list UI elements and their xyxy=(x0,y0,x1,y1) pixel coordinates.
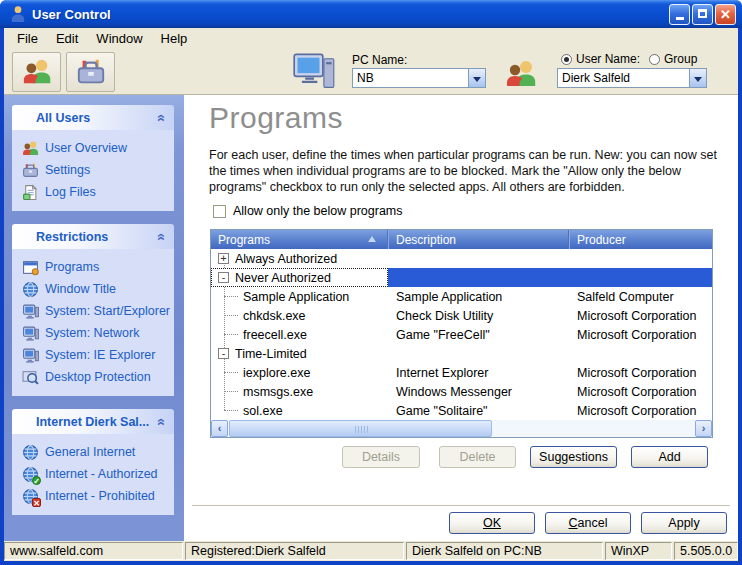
ok-button[interactable]: OK xyxy=(449,512,535,534)
sidebar-item-label: System: Start/Explorer xyxy=(45,304,170,318)
table-row-iexplore[interactable]: iexplore.exe Internet Explorer Microsoft… xyxy=(211,363,712,382)
system-start-icon xyxy=(22,303,39,320)
scrollbar-track[interactable] xyxy=(228,420,695,437)
add-button[interactable]: Add xyxy=(631,446,708,468)
chevron-down-icon[interactable] xyxy=(468,69,485,87)
collapse-icon[interactable]: - xyxy=(218,348,229,359)
group-row-time-limited[interactable]: - Time-Limited xyxy=(211,344,712,363)
group-row-always-authorized[interactable]: + Always Authorized xyxy=(211,249,712,268)
sidebar-item-settings[interactable]: Settings xyxy=(22,159,170,181)
menu-edit[interactable]: Edit xyxy=(47,29,87,48)
tree-line xyxy=(224,296,238,297)
maximize-button[interactable] xyxy=(692,4,713,25)
table-row-sample-application[interactable]: Sample Application Sample Application Sa… xyxy=(211,287,712,306)
user-name-value: Dierk Salfeld xyxy=(558,69,689,87)
panel-title: Internet Dierk Sal... xyxy=(36,415,149,429)
scroll-right-icon[interactable]: › xyxy=(695,420,712,437)
expand-icon[interactable]: + xyxy=(218,253,229,264)
menu-window[interactable]: Window xyxy=(87,29,151,48)
sidebar-item-general-internet[interactable]: General Internet xyxy=(22,441,170,463)
panel-header-restrictions[interactable]: Restrictions « xyxy=(12,224,174,249)
delete-button[interactable]: Delete xyxy=(439,446,516,468)
tree-line xyxy=(224,410,238,411)
window-title: User Control xyxy=(32,7,111,22)
pc-name-label: PC Name: xyxy=(352,53,407,67)
sidebar-item-user-overview[interactable]: User Overview xyxy=(22,137,170,159)
window-title-icon xyxy=(22,281,39,298)
panel-title: All Users xyxy=(36,111,90,125)
collapse-chevron-icon[interactable]: « xyxy=(155,233,169,241)
sidebar-item-desktop-protection[interactable]: Desktop Protection xyxy=(22,366,170,388)
sidebar-item-window-title[interactable]: Window Title xyxy=(22,278,170,300)
sidebar-item-label: System: IE Explorer xyxy=(45,348,155,362)
allow-only-checkbox[interactable] xyxy=(213,205,226,218)
panel-internet: Internet Dierk Sal... « General Internet… xyxy=(12,409,174,515)
scrollbar-thumb[interactable] xyxy=(229,420,492,437)
allow-only-checkbox-label: Allow only the below programs xyxy=(233,204,403,218)
column-header-description[interactable]: Description xyxy=(388,230,569,249)
app-icon xyxy=(9,5,27,23)
menu-file[interactable]: File xyxy=(8,29,47,48)
scroll-left-icon[interactable]: ‹ xyxy=(211,420,228,437)
table-row-msmsgs[interactable]: msmsgs.exe Windows Messenger Microsoft C… xyxy=(211,382,712,401)
panel-header-all-users[interactable]: All Users « xyxy=(12,105,174,130)
programs-icon xyxy=(22,259,39,276)
panel-header-internet[interactable]: Internet Dierk Sal... « xyxy=(12,409,174,434)
sidebar-item-label: Window Title xyxy=(45,282,116,296)
window-frame: File Edit Window Help PC Name: NB User N… xyxy=(4,28,738,561)
close-button[interactable]: ✕ xyxy=(715,4,736,25)
tree-line xyxy=(224,334,238,335)
system-network-icon xyxy=(22,325,39,342)
user-group-icon xyxy=(504,58,538,90)
users-toolbar-button[interactable] xyxy=(12,52,61,92)
settings-toolbar-button[interactable] xyxy=(66,52,115,92)
programs-table: Programs Description Producer xyxy=(210,229,713,438)
sidebar-item-label: Internet - Prohibited xyxy=(45,489,155,503)
collapse-icon[interactable]: - xyxy=(218,272,229,283)
table-row-sol[interactable]: sol.exe Game "Solitaire" Microsoft Corpo… xyxy=(211,401,712,420)
radio-unselected-icon[interactable] xyxy=(649,54,660,65)
sidebar-item-system-ie-explorer[interactable]: System: IE Explorer xyxy=(22,344,170,366)
user-name-radio[interactable]: User Name: xyxy=(561,52,640,66)
column-header-programs[interactable]: Programs xyxy=(211,230,388,249)
sidebar-item-label: Desktop Protection xyxy=(45,370,151,384)
group-radio-label: Group xyxy=(664,52,697,66)
general-internet-icon xyxy=(22,444,39,461)
collapse-chevron-icon[interactable]: « xyxy=(155,114,169,122)
user-name-select[interactable]: Dierk Salfeld xyxy=(557,68,707,88)
horizontal-scrollbar[interactable]: ‹ › xyxy=(211,420,712,437)
details-button[interactable]: Details xyxy=(342,446,420,468)
internet-prohibited-icon: ✕ xyxy=(22,488,39,505)
sidebar-item-system-start-explorer[interactable]: System: Start/Explorer xyxy=(22,300,170,322)
apply-button[interactable]: Apply xyxy=(641,512,727,534)
sidebar-item-log-files[interactable]: Log Files xyxy=(22,181,170,203)
app-window: User Control ✕ File Edit Window Help PC … xyxy=(0,0,742,565)
group-row-never-authorized[interactable]: - Never Authorized xyxy=(211,268,712,287)
tree-line xyxy=(224,315,238,316)
radio-selected-icon[interactable] xyxy=(561,54,572,65)
sidebar-item-internet-prohibited[interactable]: ✕ Internet - Prohibited xyxy=(22,485,170,507)
sort-ascending-icon xyxy=(368,236,376,242)
status-website: www.salfeld.com xyxy=(4,542,183,560)
group-radio[interactable]: Group xyxy=(649,52,697,66)
tree-line xyxy=(224,391,238,392)
menu-help[interactable]: Help xyxy=(152,29,197,48)
sidebar-item-label: Settings xyxy=(45,163,90,177)
sidebar-item-system-network[interactable]: System: Network xyxy=(22,322,170,344)
pc-name-select[interactable]: NB xyxy=(352,68,486,88)
table-row-chkdsk[interactable]: chkdsk.exe Check Disk Utility Microsoft … xyxy=(211,306,712,325)
table-row-freecell[interactable]: freecell.exe Game "FreeCell" Microsoft C… xyxy=(211,325,712,344)
suggestions-button[interactable]: Suggestions xyxy=(530,446,617,468)
sidebar-item-internet-authorized[interactable]: ✓ Internet - Authorized xyxy=(22,463,170,485)
sidebar-item-programs[interactable]: Programs xyxy=(22,256,170,278)
log-files-icon xyxy=(22,184,39,201)
chevron-down-icon[interactable] xyxy=(689,69,706,87)
minimize-button[interactable] xyxy=(669,4,690,25)
collapse-chevron-icon[interactable]: « xyxy=(155,418,169,426)
cancel-button[interactable]: Cancel xyxy=(545,512,631,534)
column-header-producer[interactable]: Producer xyxy=(569,230,712,249)
internet-authorized-icon: ✓ xyxy=(22,466,39,483)
allow-only-checkbox-row[interactable]: Allow only the below programs xyxy=(213,204,403,218)
table-header: Programs Description Producer xyxy=(211,230,712,249)
computer-icon xyxy=(292,52,336,92)
